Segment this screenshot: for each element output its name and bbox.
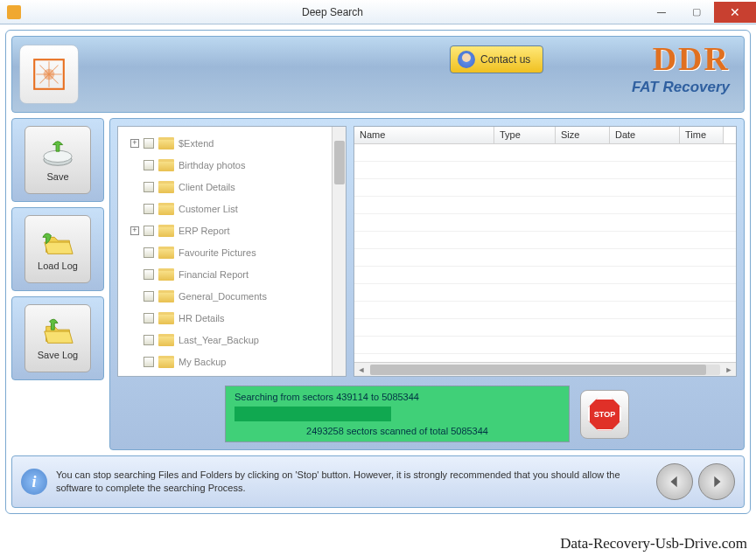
grid-column-header[interactable]: Type: [494, 127, 556, 143]
tree-item[interactable]: +My Backup: [122, 351, 342, 372]
grid-column-header[interactable]: Date: [610, 127, 680, 143]
tree-item[interactable]: +Customer List: [122, 198, 342, 219]
save-button[interactable]: Save: [11, 118, 104, 202]
tree-item-label: Financial Report: [178, 269, 248, 280]
grid-body: [354, 144, 736, 362]
grid-header: NameTypeSizeDateTime: [354, 127, 736, 144]
save-label: Save: [46, 171, 68, 182]
app-frame: Contact us DDR FAT Recovery Save Load Lo…: [5, 30, 751, 514]
folder-icon: [158, 181, 174, 193]
folder-icon: [158, 290, 174, 302]
tree-item[interactable]: +Financial Report: [122, 263, 342, 285]
folder-icon: [158, 268, 174, 281]
tree-item[interactable]: +Birthday photos: [122, 154, 342, 176]
contact-us-button[interactable]: Contact us: [450, 45, 543, 73]
tree-item-label: ERP Report: [178, 226, 230, 236]
checkbox[interactable]: [144, 204, 154, 214]
sidebar: Save Load Log Save Log: [11, 118, 104, 450]
checkbox[interactable]: [144, 291, 154, 302]
close-button[interactable]: [714, 2, 756, 23]
tree-item-label: Birthday photos: [178, 160, 245, 170]
svg-point-1: [44, 69, 55, 80]
checkbox[interactable]: [144, 335, 154, 345]
load-log-button[interactable]: Load Log: [11, 207, 104, 291]
tree-item-label: My Backup: [178, 357, 226, 367]
progress-line2: 2493258 sectors scanned of total 5085344: [234, 426, 560, 436]
scroll-left-icon[interactable]: ◄: [354, 363, 368, 377]
checkbox[interactable]: [144, 182, 154, 192]
info-icon: i: [21, 469, 47, 495]
tree-item-label: HR Details: [178, 313, 225, 323]
footer-panel: i You can stop searching Files and Folde…: [11, 455, 745, 508]
tree-item[interactable]: +ERP Report: [122, 219, 342, 241]
brand-name: DDR: [632, 42, 730, 75]
maximize-button[interactable]: [679, 2, 714, 23]
tree-item-label: General_Documents: [178, 291, 267, 302]
tree-item-label: $Extend: [178, 138, 214, 149]
tree-item[interactable]: +Favourite Pictures: [122, 241, 342, 263]
header-panel: Contact us DDR FAT Recovery: [11, 36, 745, 113]
checkbox[interactable]: [144, 247, 154, 258]
app-icon: [7, 5, 21, 19]
folder-load-icon: [41, 228, 74, 258]
app-logo: [19, 45, 79, 104]
scroll-right-icon[interactable]: ►: [722, 363, 736, 377]
tree-item[interactable]: +HR Details: [122, 307, 342, 329]
progress-line1: Searching from sectors 439114 to 5085344: [234, 392, 560, 402]
folder-icon: [158, 225, 174, 237]
grid-column-header[interactable]: Name: [354, 127, 494, 143]
window-title: Deep Search: [21, 6, 644, 18]
brand-block: DDR FAT Recovery: [632, 42, 730, 96]
folder-icon: [158, 312, 174, 324]
main-panel: +$Extend+Birthday photos+Client Details+…: [109, 118, 745, 450]
stop-icon: STOP: [588, 398, 621, 431]
folder-icon: [158, 159, 174, 171]
checkbox[interactable]: [144, 160, 154, 170]
grid-column-header[interactable]: Time: [680, 127, 724, 143]
back-button[interactable]: [656, 463, 693, 500]
info-text: You can stop searching Files and Folders…: [56, 469, 648, 495]
brand-subtitle: FAT Recovery: [632, 79, 730, 96]
checkbox[interactable]: [144, 357, 154, 367]
contact-label: Contact us: [480, 53, 530, 66]
minimize-button[interactable]: [644, 2, 679, 23]
titlebar: Deep Search: [0, 0, 756, 24]
stop-button[interactable]: STOP: [580, 390, 629, 439]
tree-scrollbar[interactable]: [332, 127, 346, 376]
checkbox[interactable]: [144, 269, 154, 280]
folder-icon: [158, 203, 174, 215]
checkbox[interactable]: [144, 138, 154, 149]
folder-icon: [158, 334, 174, 346]
folder-tree[interactable]: +$Extend+Birthday photos+Client Details+…: [117, 126, 346, 377]
watermark: Data-Recovery-Usb-Drive.com: [560, 535, 747, 553]
save-log-label: Save Log: [38, 350, 78, 360]
folder-icon: [158, 137, 174, 149]
drive-save-icon: [41, 139, 74, 169]
checkbox[interactable]: [144, 226, 154, 236]
file-grid[interactable]: NameTypeSizeDateTime ◄ ►: [354, 126, 737, 377]
load-log-label: Load Log: [38, 261, 78, 271]
folder-save-icon: [41, 317, 74, 347]
expander-icon[interactable]: +: [130, 139, 139, 148]
svg-point-3: [44, 150, 72, 162]
person-icon: [458, 51, 475, 68]
checkbox[interactable]: [144, 313, 154, 323]
tree-item-label: Client Details: [178, 182, 235, 192]
tree-item[interactable]: +General_Documents: [122, 285, 342, 307]
tree-item[interactable]: +$Extend: [122, 132, 342, 154]
grid-column-header[interactable]: Size: [556, 127, 610, 143]
tree-item-label: Customer List: [178, 204, 238, 214]
progress-status: Searching from sectors 439114 to 5085344…: [225, 386, 570, 442]
grid-hscrollbar[interactable]: ◄ ►: [354, 362, 736, 376]
folder-icon: [158, 247, 174, 259]
progress-bar: [234, 407, 391, 421]
tree-item-label: Last_Year_Backup: [178, 335, 259, 345]
tree-item-label: Favourite Pictures: [178, 247, 256, 258]
save-log-button[interactable]: Save Log: [11, 296, 104, 380]
tree-item[interactable]: +Last_Year_Backup: [122, 329, 342, 351]
next-button[interactable]: [698, 463, 735, 500]
expander-icon[interactable]: +: [130, 226, 139, 235]
tree-item[interactable]: +Client Details: [122, 176, 342, 198]
folder-icon: [158, 356, 174, 368]
